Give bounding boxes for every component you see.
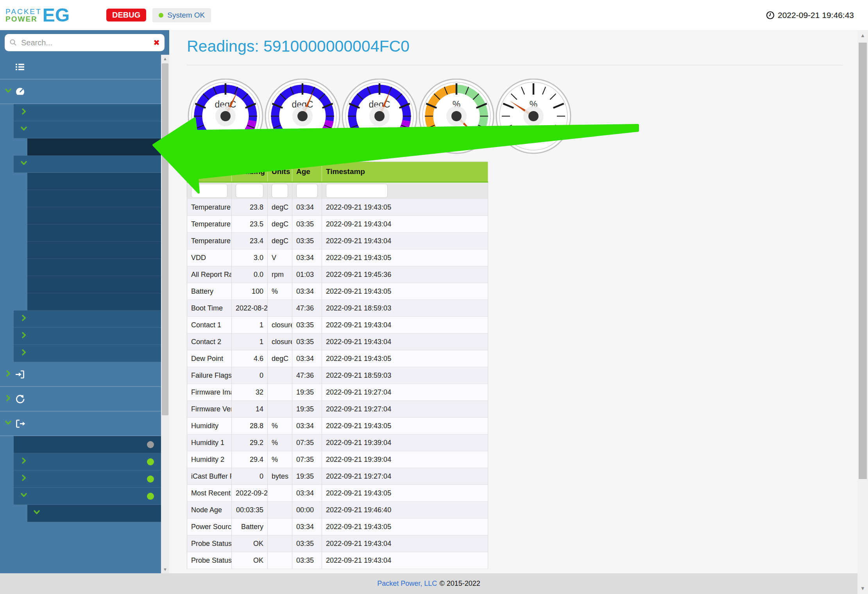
scroll-down-icon[interactable]: ▼: [857, 584, 868, 593]
status-dot-icon: [147, 476, 154, 483]
channel-cell: VDD: [187, 249, 232, 266]
sidebar-item-monitoring-nodes[interactable]: [14, 156, 161, 173]
reading-cell: 23.5: [232, 216, 268, 233]
footer-copyright: © 2015-2022: [439, 580, 480, 588]
svg-text:23.8: 23.8: [217, 133, 238, 144]
sidebar-scrollbar-thumb[interactable]: [162, 63, 168, 415]
filter-input-reading[interactable]: [236, 184, 263, 198]
age-cell: 47:36: [292, 300, 322, 317]
filter-input-units[interactable]: [272, 184, 288, 198]
scroll-down-icon[interactable]: ▼: [161, 565, 169, 573]
sidebar-item-status[interactable]: [0, 55, 161, 79]
scroll-up-icon[interactable]: ▲: [161, 55, 169, 63]
age-cell: 03:34: [292, 199, 322, 216]
sidebar-item-dd03-0000-0000-01fd[interactable]: [27, 276, 161, 293]
sidebar-item-bb03-0000-0000-01fe[interactable]: [27, 259, 161, 276]
filter-input-channel[interactable]: [191, 184, 227, 198]
sidebar-item-data-sources[interactable]: [0, 362, 161, 387]
footer-link[interactable]: Packet Power, LLC: [377, 580, 437, 588]
search-clear-icon[interactable]: ✖: [153, 38, 160, 47]
column-header-reading[interactable]: Reading: [232, 162, 268, 182]
svg-text:0: 0: [517, 127, 521, 134]
table-row: Boot Time2022-08-22 147:362022-09-21 18:…: [187, 300, 488, 317]
sidebar-item-0203-0000-0000-01fc[interactable]: [27, 173, 161, 190]
chevron-down-icon: [20, 160, 27, 167]
reading-cell: 0.0: [232, 266, 268, 283]
page-scrollbar-thumb[interactable]: [859, 43, 867, 479]
age-cell: 01:03: [292, 266, 322, 283]
table-filter-row: [187, 182, 488, 199]
page-scrollbar[interactable]: ▲ ▼: [857, 30, 868, 594]
age-cell: 03:34: [292, 249, 322, 266]
chevron-right-icon: [20, 314, 27, 321]
channel-cell: Firmware Version: [187, 401, 232, 418]
sidebar-item-power-nodes[interactable]: [14, 104, 161, 121]
age-cell: 00:00: [292, 502, 322, 519]
sidebar-item-emx[interactable]: [14, 436, 161, 453]
channel-cell: All Report Rate: [187, 266, 232, 283]
chevron-slot: [20, 160, 32, 169]
timestamp-cell: 2022-09-21 19:43:05: [322, 283, 488, 300]
chevron-slot: [5, 87, 15, 96]
channel-cell: Contact 1: [187, 317, 232, 334]
timestamp-cell: 2022-09-21 19:43:04: [322, 233, 488, 249]
chevron-slot: [20, 474, 32, 483]
filter-input-age[interactable]: [296, 184, 318, 198]
current-time: 2022-09-21 19:46:43: [778, 11, 854, 20]
filter-input-timestamp[interactable]: [326, 184, 388, 198]
age-cell: 03:35: [292, 317, 322, 334]
logo-line2: POWER: [5, 15, 42, 23]
timestamp-cell: 2022-09-21 19:46:40: [322, 502, 488, 519]
timestamp-cell: 2022-09-21 19:43:04: [322, 334, 488, 350]
reading-cell: 32: [232, 384, 268, 401]
age-cell: 19:35: [292, 384, 322, 401]
table-row: Node Age00:03:3500:002022-09-21 19:46:40: [187, 502, 488, 519]
sidebar-item-bacnet[interactable]: [14, 488, 161, 505]
sidebar-item-channel-maps[interactable]: [27, 505, 161, 522]
age-cell: 03:34: [292, 418, 322, 434]
units-cell: degC: [268, 350, 292, 367]
column-header-units[interactable]: Units: [268, 162, 292, 182]
units-cell: degC: [268, 216, 292, 233]
title-divider: [187, 65, 843, 65]
sidebar-item-modbus[interactable]: [14, 453, 161, 470]
timestamp-cell: 2022-09-21 19:27:04: [322, 401, 488, 418]
chevron-slot: [20, 492, 32, 501]
reading-cell: 2022-08-22 1: [232, 300, 268, 317]
sidebar-item-monitoring-data[interactable]: [0, 79, 161, 104]
sidebar-item-6403-0000-0000-01ff[interactable]: [27, 224, 161, 242]
sidebar-item-panel-packet-power-cnc-bg14[interactable]: [14, 345, 161, 362]
table-row: Humidity 129.2%07:352022-09-21 19:39:04: [187, 434, 488, 451]
sidebar-item-data-processing[interactable]: [0, 387, 161, 411]
units-cell: V: [268, 249, 292, 266]
timestamp-cell: 2022-09-21 19:43:05: [322, 519, 488, 535]
column-header-timestamp[interactable]: Timestamp: [322, 162, 488, 182]
column-header-channel[interactable]: Channel: [187, 162, 232, 182]
sidebar-item-73e4-0000-0000-00a8[interactable]: [27, 242, 161, 259]
chevron-right-icon: [20, 349, 27, 356]
sidebar-item-env-nodes[interactable]: [14, 121, 161, 138]
status-dot-icon: [147, 458, 154, 465]
sidebar-item-5910-0000-0000-4fc0[interactable]: [27, 138, 161, 156]
reading-cell: 23.8: [232, 199, 268, 216]
table-row: Humidity28.8%03:342022-09-21 19:43:05: [187, 418, 488, 434]
sidebar-item-5ce4-0000-0000-0a95[interactable]: [27, 207, 161, 224]
gauge-dial: degC23.8: [187, 79, 264, 156]
sidebar-item-panel-p5t3-publish-instances-regression-[interactable]: [14, 310, 161, 328]
sidebar-item-data-destinations[interactable]: [0, 411, 161, 436]
units-cell: bytes: [268, 468, 292, 485]
search-input[interactable]: [20, 38, 150, 48]
sidebar-item-snmp[interactable]: [14, 470, 161, 488]
gauge-battery: %0100100: [418, 72, 495, 156]
table-row: Temperature 123.5degC03:352022-09-21 19:…: [187, 216, 488, 233]
units-cell: [268, 300, 292, 317]
channel-cell: Temperature 1: [187, 216, 232, 233]
channel-cell: Boot Time: [187, 300, 232, 317]
sidebar-item-1103-0000-0000-01fb[interactable]: [27, 190, 161, 207]
sidebar-item-e6e4-0000-0000-028b[interactable]: [27, 293, 161, 310]
column-header-age[interactable]: Age: [292, 162, 322, 182]
sidebar-scrollbar[interactable]: ▲ ▼: [161, 55, 169, 573]
sidebar-item-panel-packet-power-cnc-bg14[interactable]: [14, 328, 161, 345]
channel-cell: Contact 2: [187, 334, 232, 350]
scroll-up-icon[interactable]: ▲: [857, 31, 868, 40]
